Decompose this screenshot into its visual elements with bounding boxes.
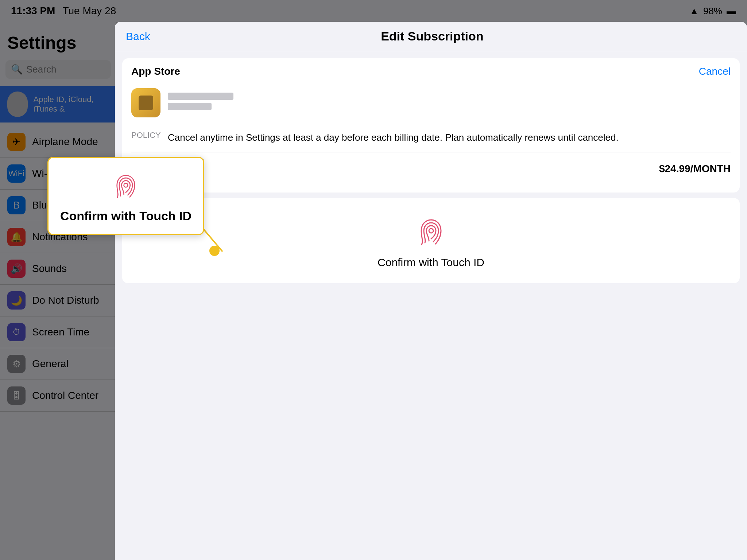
appstore-card: App Store Cancel POLICY Cancel anytime i… (122, 58, 740, 192)
appstore-label: App Store (131, 66, 180, 77)
subscription-sheet: Back Edit Subscription App Store Cancel (115, 22, 747, 560)
fingerprint-icon (413, 213, 449, 249)
svg-point-1 (124, 183, 128, 187)
plan-row-1[interactable]: $24.99/MONTH (131, 152, 731, 185)
callout-touch-id-label: Confirm with Touch ID (60, 209, 191, 223)
app-icon-inner (139, 96, 153, 110)
app-name-blurred (168, 93, 731, 113)
sheet-content: App Store Cancel POLICY Cancel anytime i… (115, 51, 747, 291)
plan-info (131, 159, 659, 179)
blur-line-2 (168, 103, 212, 110)
cancel-button[interactable]: Cancel (699, 66, 731, 77)
policy-text: Cancel anytime in Settings at least a da… (168, 131, 619, 145)
sheet-title: Edit Subscription (150, 29, 714, 43)
touch-id-callout: Confirm with Touch ID (47, 157, 204, 235)
svg-point-0 (429, 229, 433, 233)
touch-id-section: Confirm with Touch ID (122, 198, 740, 283)
touch-id-label: Confirm with Touch ID (378, 256, 484, 269)
app-row (131, 83, 731, 123)
plan-price: $24.99/MONTH (659, 163, 731, 175)
callout-fingerprint-icon (109, 169, 142, 202)
policy-label: POLICY (131, 131, 160, 145)
app-icon (131, 88, 160, 117)
sheet-nav: Back Edit Subscription (115, 22, 747, 51)
policy-row: POLICY Cancel anytime in Settings at lea… (131, 123, 731, 152)
appstore-card-header: App Store Cancel (131, 66, 731, 77)
sheet-back-button[interactable]: Back (126, 30, 150, 43)
blur-line-1 (168, 93, 233, 100)
